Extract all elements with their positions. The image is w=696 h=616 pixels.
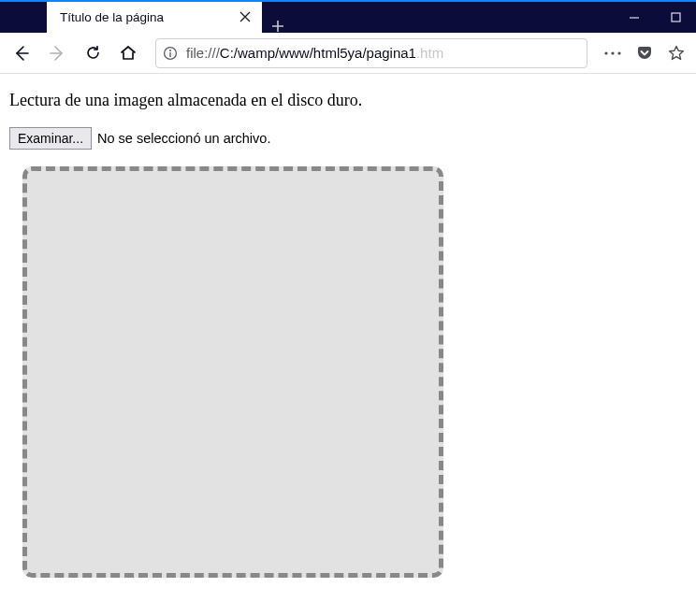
window-controls	[614, 2, 696, 33]
page-actions-button[interactable]	[599, 39, 627, 67]
url-bar[interactable]: file:///C:/wamp/www/html5ya/pagina1.htm	[155, 38, 587, 68]
close-icon[interactable]	[238, 8, 253, 27]
titlebar: Título de la página	[0, 2, 696, 33]
page-content: Lectura de una imagen almacenada en el d…	[0, 74, 696, 587]
svg-rect-0	[672, 13, 680, 21]
nav-toolbar: file:///C:/wamp/www/html5ya/pagina1.htm	[0, 33, 696, 74]
minimize-button[interactable]	[614, 2, 655, 33]
reload-button[interactable]	[77, 37, 109, 69]
tab-active[interactable]: Título de la página	[47, 2, 262, 33]
tab-title: Título de la página	[60, 10, 228, 24]
page-info-icon[interactable]	[162, 45, 179, 62]
svg-point-4	[611, 51, 614, 54]
svg-point-5	[617, 51, 620, 54]
page-heading: Lectura de una imagen almacenada en el d…	[9, 91, 687, 110]
file-browse-button[interactable]: Examinar...	[9, 127, 92, 150]
maximize-button[interactable]	[655, 2, 696, 33]
file-status-text: No se seleccionó un archivo.	[97, 131, 270, 146]
bookmark-star-button[interactable]	[662, 39, 690, 67]
url-path: C:/wamp/www/html5ya/pagina1	[220, 45, 416, 61]
image-drop-canvas[interactable]	[22, 166, 443, 578]
titlebar-drag-region[interactable]	[294, 2, 614, 33]
tab-strip: Título de la página	[0, 2, 294, 33]
svg-point-2	[169, 50, 171, 51]
svg-point-3	[604, 51, 607, 54]
file-input-row: Examinar... No se seleccionó un archivo.	[9, 127, 687, 150]
url-text: file:///C:/wamp/www/html5ya/pagina1.htm	[186, 45, 581, 61]
back-button[interactable]	[6, 37, 37, 69]
url-scheme: file:///	[186, 45, 220, 61]
url-ext: .htm	[416, 45, 443, 61]
new-tab-button[interactable]	[262, 20, 294, 33]
forward-button[interactable]	[41, 37, 73, 69]
pocket-button[interactable]	[631, 39, 659, 67]
home-button[interactable]	[112, 37, 144, 69]
